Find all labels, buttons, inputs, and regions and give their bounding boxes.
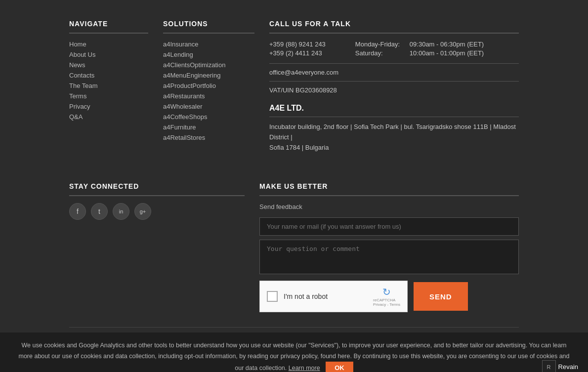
footer-divider bbox=[69, 327, 519, 328]
captcha-send-row: I'm not a robot ↻ reCAPTCHAPrivacy - Ter… bbox=[259, 281, 519, 312]
google-plus-icon[interactable]: g+ bbox=[134, 203, 151, 220]
cookie-bar: We use cookies and Google Analytics and … bbox=[0, 332, 588, 372]
nav-link-home[interactable]: Home bbox=[69, 41, 148, 48]
stay-connected-section: STAY CONNECTED f t in g+ bbox=[69, 182, 245, 312]
social-icons-group: f t in g+ bbox=[69, 203, 245, 220]
recaptcha-box[interactable]: I'm not a robot ↻ reCAPTCHAPrivacy - Ter… bbox=[259, 281, 408, 312]
navigate-title: NAVIGATE bbox=[69, 20, 148, 34]
divider-1 bbox=[269, 63, 519, 64]
nav-link-team[interactable]: The Team bbox=[69, 82, 148, 89]
linkedin-icon[interactable]: in bbox=[113, 203, 129, 220]
feedback-name-input[interactable] bbox=[259, 217, 519, 236]
solution-clients[interactable]: a4ClientsOptimization bbox=[163, 61, 254, 69]
recaptcha-label: I'm not a robot bbox=[284, 292, 367, 300]
stay-connected-title: STAY CONNECTED bbox=[69, 182, 245, 196]
solutions-section: SOLUTIONS a4Insurance a4Lending a4Client… bbox=[163, 20, 254, 153]
twitter-icon[interactable]: t bbox=[91, 203, 108, 220]
feedback-description: Send feedback bbox=[259, 203, 519, 210]
email-link[interactable]: office@a4everyone.com bbox=[269, 69, 519, 76]
solution-retail[interactable]: a4RetailStores bbox=[163, 134, 254, 141]
ok-button[interactable]: OK bbox=[326, 362, 353, 372]
hours-day-2: Saturday: bbox=[355, 49, 410, 57]
phone-2: +359 (2) 4411 243 bbox=[269, 49, 326, 57]
facebook-icon[interactable]: f bbox=[69, 203, 86, 220]
solution-insurance[interactable]: a4Insurance bbox=[163, 41, 254, 48]
right-column: CALL US FOR A TALK +359 (88) 9241 243 +3… bbox=[269, 20, 519, 153]
revain-label: Revain bbox=[558, 362, 578, 372]
feedback-comment-textarea[interactable] bbox=[259, 240, 519, 274]
divider-2 bbox=[269, 81, 519, 82]
navigate-links: Home About Us News Contacts The Team Ter… bbox=[69, 41, 148, 121]
feedback-section: MAKE US BETTER Send feedback I'm not a r… bbox=[259, 182, 519, 312]
solution-lending[interactable]: a4Lending bbox=[163, 51, 254, 58]
learn-more-link[interactable]: Learn more bbox=[289, 365, 320, 372]
recaptcha-checkbox[interactable] bbox=[267, 291, 278, 302]
hours-day-1: Monday-Friday: bbox=[355, 41, 410, 48]
company-name: A4E LTD. bbox=[269, 104, 519, 117]
hours-row-1: Monday-Friday: 09:30am - 06:30pm (EET) bbox=[355, 41, 484, 48]
hours-time-1: 09:30am - 06:30pm (EET) bbox=[410, 41, 484, 48]
nav-link-contacts[interactable]: Contacts bbox=[69, 72, 148, 79]
solution-menu[interactable]: a4MenuEngineering bbox=[163, 72, 254, 79]
company-info: A4E LTD. Incubator building, 2nd floor |… bbox=[269, 104, 519, 153]
navigate-section: NAVIGATE Home About Us News Contacts The… bbox=[69, 20, 148, 153]
nav-link-privacy[interactable]: Privacy bbox=[69, 103, 148, 110]
nav-link-about[interactable]: About Us bbox=[69, 51, 148, 58]
nav-link-news[interactable]: News bbox=[69, 61, 148, 69]
solution-wholesaler[interactable]: a4Wholesaler bbox=[163, 103, 254, 110]
phones-col: +359 (88) 9241 243 +359 (2) 4411 243 bbox=[269, 41, 326, 58]
feedback-title: MAKE US BETTER bbox=[259, 182, 519, 196]
call-section: CALL US FOR A TALK +359 (88) 9241 243 +3… bbox=[269, 20, 519, 94]
hours-time-2: 10:00am - 01:00pm (EET) bbox=[410, 49, 484, 57]
company-address: Incubator building, 2nd floor | Sofia Te… bbox=[269, 122, 519, 153]
send-button[interactable]: SEND bbox=[414, 282, 468, 311]
solution-product[interactable]: a4ProductPortfolio bbox=[163, 82, 254, 89]
call-title: CALL US FOR A TALK bbox=[269, 20, 519, 34]
revain-badge: R Revain bbox=[542, 360, 578, 372]
nav-link-terms[interactable]: Terms bbox=[69, 92, 148, 100]
solution-furniture[interactable]: a4Furniture bbox=[163, 124, 254, 131]
cookie-text: We use cookies and Google Analytics and … bbox=[18, 342, 569, 372]
solutions-links: a4Insurance a4Lending a4ClientsOptimizat… bbox=[163, 41, 254, 141]
recaptcha-logo: ↻ reCAPTCHAPrivacy - Terms bbox=[373, 286, 400, 307]
nav-link-qa[interactable]: Q&A bbox=[69, 113, 148, 121]
solution-coffee[interactable]: a4CoffeeShops bbox=[163, 113, 254, 121]
solutions-title: SOLUTIONS bbox=[163, 20, 254, 34]
vat-text: VAT/UIN BG203608928 bbox=[269, 86, 519, 94]
revain-icon: R bbox=[542, 360, 556, 372]
hours-table: Monday-Friday: 09:30am - 06:30pm (EET) S… bbox=[355, 41, 484, 58]
solution-restaurants[interactable]: a4Restaurants bbox=[163, 92, 254, 100]
recaptcha-text: reCAPTCHAPrivacy - Terms bbox=[373, 298, 400, 307]
call-phones-row: +359 (88) 9241 243 +359 (2) 4411 243 Mon… bbox=[269, 41, 519, 58]
phone-1: +359 (88) 9241 243 bbox=[269, 41, 326, 48]
recaptcha-icon: ↻ bbox=[382, 286, 391, 298]
hours-row-2: Saturday: 10:00am - 01:00pm (EET) bbox=[355, 49, 484, 57]
